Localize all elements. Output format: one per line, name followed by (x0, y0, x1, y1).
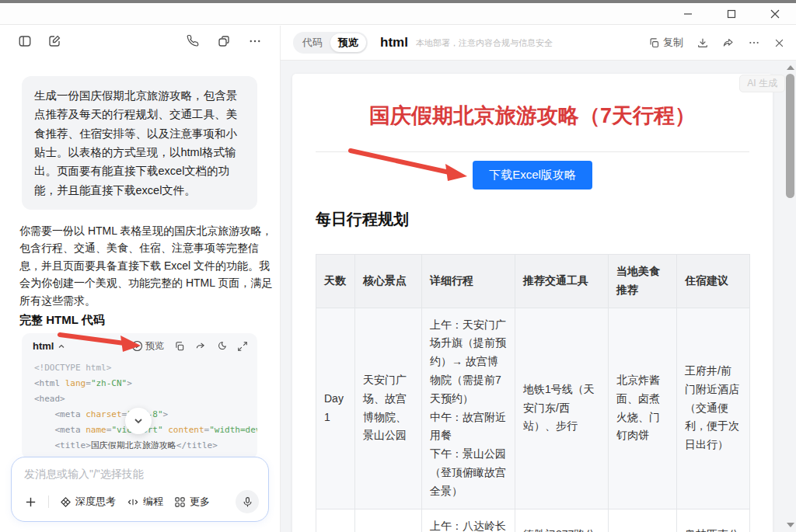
more-actions-button[interactable] (748, 37, 760, 49)
scrollbar-down-arrow[interactable] (787, 523, 794, 527)
more-options-icon[interactable] (247, 33, 263, 49)
table-cell: 北京炸酱面、卤煮火烧、门钉肉饼 (609, 308, 677, 509)
column-header: 核心景点 (355, 255, 422, 308)
column-header: 详细行程 (422, 255, 515, 308)
table-cell: 德胜门877路公交 (515, 509, 609, 532)
deep-think-button[interactable]: 深度思考 (60, 495, 116, 509)
preview-scrollbar[interactable] (784, 61, 796, 532)
column-header: 天数 (316, 255, 355, 308)
attach-button[interactable] (24, 495, 37, 509)
table-cell: 上午：八达岭长城（建议早出发，避开人流） (422, 509, 515, 532)
compliance-notice: 本地部署，注意内容合规与信息安全 (416, 37, 553, 49)
share-icon (722, 37, 735, 49)
maximize-button[interactable] (721, 6, 742, 22)
sidebar-toggle-icon[interactable] (17, 33, 33, 49)
code-section-title: 完整 HTML 代码 (19, 313, 105, 328)
view-mode-tabs: 代码 预览 (293, 32, 368, 54)
preview-header: 代码 预览 html 本地部署，注意内容合规与信息安全 复制 (281, 26, 796, 61)
forward-icon[interactable] (195, 341, 206, 352)
share-button[interactable] (722, 37, 735, 49)
table-cell (609, 509, 677, 532)
generated-page: 国庆假期北京旅游攻略（7天行程） 下载Excel版攻略 每日行程规划 天数核心景… (292, 74, 773, 532)
user-message: 生成一份国庆假期北京旅游攻略，包含景点推荐及每天的行程规划、交通工具、美食推荐、… (22, 76, 257, 210)
ai-generated-badge: AI 生成 (739, 75, 785, 92)
table-cell: 王府井/前门附近酒店（交通便利，便于次日出行） (677, 308, 750, 509)
chevron-up-icon (57, 342, 66, 351)
copy-code-icon[interactable] (174, 341, 185, 352)
table-cell: 天安门广场、故宫博物院、景山公园 (355, 308, 422, 509)
microphone-icon (242, 496, 253, 508)
scrollbar-thumb[interactable] (786, 74, 794, 198)
ellipsis-icon (748, 37, 760, 49)
code-block: html 预览 (22, 333, 257, 459)
code-line: <!DOCTYPE html> (34, 360, 257, 376)
chat-panel: 生成一份国庆假期北京旅游攻略，包含景点推荐及每天的行程规划、交通工具、美食推荐、… (0, 26, 280, 532)
expand-icon[interactable] (237, 341, 248, 352)
table-cell: 上午：天安门广场升旗（提前预约）→ 故宫博物院（需提前7天预约） 中午：故宫附近… (422, 308, 515, 509)
code-line: <title>国庆假期北京旅游攻略</title> (34, 438, 257, 454)
composer-actions: 深度思考 编程 更多 (24, 490, 259, 513)
code-icon (127, 496, 139, 508)
call-icon[interactable] (185, 33, 201, 49)
tab-preview[interactable]: 预览 (330, 33, 366, 52)
code-line: <head> (34, 391, 257, 407)
scrollbar-up-arrow[interactable] (787, 65, 794, 70)
download-icon (696, 37, 709, 49)
download-button[interactable] (696, 37, 709, 49)
table-cell: Day1 (316, 308, 355, 509)
preview-panel: 代码 预览 html 本地部署，注意内容合规与信息安全 复制 (280, 26, 796, 532)
run-preview-button[interactable]: 预览 (131, 339, 164, 353)
file-type-label: html (380, 35, 408, 50)
more-skills-button[interactable]: 更多 (174, 495, 210, 509)
close-icon (773, 37, 785, 49)
titlebar (0, 3, 796, 25)
code-language-label[interactable]: html (33, 340, 66, 352)
float-window-icon[interactable] (216, 33, 232, 49)
grid-icon (174, 496, 186, 508)
table-cell: 奥林匹克公园 (677, 509, 750, 532)
deep-think-icon (60, 496, 72, 508)
itinerary-section-title: 每日行程规划 (316, 209, 749, 230)
code-line: <html lang="zh-CN"> (34, 376, 257, 391)
table-row: 上午：八达岭长城（建议早出发，避开人流）德胜门877路公交奥林匹克公园 (316, 509, 750, 532)
close-preview-button[interactable] (773, 37, 785, 49)
table-cell (355, 509, 422, 532)
new-chat-icon[interactable] (47, 33, 62, 49)
message-input[interactable] (24, 468, 257, 480)
chat-toolbar (17, 33, 263, 49)
voice-input-button[interactable] (236, 490, 259, 513)
table-body: Day1天安门广场、故宫博物院、景山公园上午：天安门广场升旗（提前预约）→ 故宫… (316, 308, 750, 532)
column-header: 当地美食推荐 (609, 255, 677, 308)
preview-viewport: 国庆假期北京旅游攻略（7天行程） 下载Excel版攻略 每日行程规划 天数核心景… (281, 61, 796, 532)
close-window-button[interactable] (765, 6, 785, 22)
tab-code[interactable]: 代码 (295, 33, 330, 52)
code-block-header: html 预览 (22, 333, 257, 356)
coding-button[interactable]: 编程 (127, 495, 163, 509)
chevron-down-icon (132, 415, 145, 427)
minimize-button[interactable] (678, 6, 698, 22)
download-excel-button[interactable]: 下载Excel版攻略 (473, 161, 592, 190)
theme-moon-icon[interactable] (216, 341, 227, 352)
code-content[interactable]: <!DOCTYPE html><html lang="zh-CN"><head>… (22, 356, 257, 454)
scroll-to-bottom-button[interactable] (125, 408, 152, 434)
table-row: Day1天安门广场、故宫博物院、景山公园上午：天安门广场升旗（提前预约）→ 故宫… (316, 308, 750, 509)
composer-divider (48, 495, 49, 508)
table-cell: 地铁1号线（天安门东/西站）、步行 (515, 308, 609, 509)
app-window: 生成一份国庆假期北京旅游攻略，包含景点推荐及每天的行程规划、交通工具、美食推荐、… (0, 0, 796, 532)
itinerary-table: 天数核心景点详细行程推荐交通工具当地美食推荐住宿建议 Day1天安门广场、故宫博… (316, 254, 750, 532)
message-composer: 深度思考 编程 更多 (11, 457, 269, 522)
title-divider (316, 151, 749, 152)
page-title: 国庆假期北京旅游攻略（7天行程） (316, 102, 749, 130)
column-header: 住宿建议 (677, 255, 750, 308)
assistant-message: 你需要一份以 HTML 表格呈现的国庆北京旅游攻略，包含行程、交通、美食、住宿、… (19, 222, 273, 309)
table-cell (316, 509, 355, 532)
play-circle-icon (131, 340, 143, 352)
table-header: 天数核心景点详细行程推荐交通工具当地美食推荐住宿建议 (316, 255, 750, 308)
plus-icon (24, 495, 37, 509)
column-header: 推荐交通工具 (515, 255, 609, 308)
copy-icon (648, 37, 660, 49)
copy-button[interactable]: 复制 (648, 36, 683, 50)
